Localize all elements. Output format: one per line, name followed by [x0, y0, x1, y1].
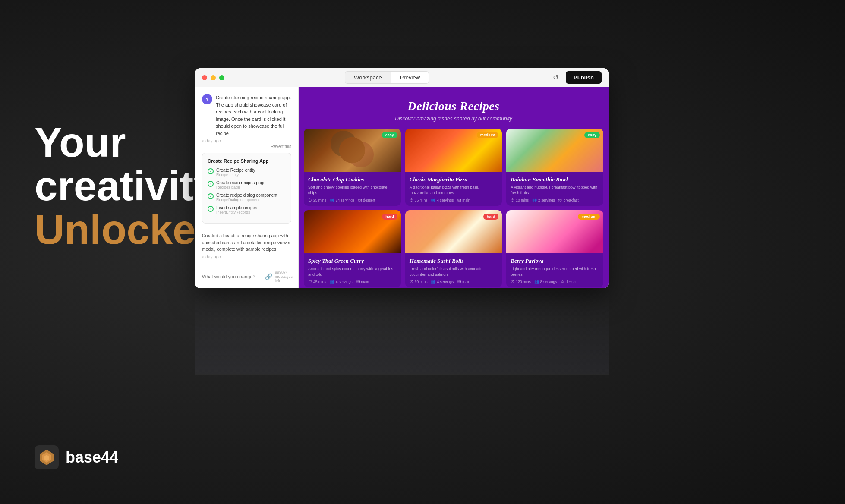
title-bar: Workspace Preview ↺ Publish — [195, 68, 609, 87]
recipe-card-name: Homemade Sushi Rolls — [410, 258, 498, 265]
chat-user-row: Y Create stunning recipe sharing app. Th… — [202, 94, 291, 137]
window-body: Y Create stunning recipe sharing app. Th… — [195, 87, 609, 288]
meta-category: 🍽 main — [356, 280, 369, 284]
app-window: Workspace Preview ↺ Publish Y Create stu… — [195, 68, 609, 288]
app-window-reflection — [195, 288, 609, 375]
recipe-card[interactable]: hard Spicy Thai Green Curry Aromatic and… — [304, 210, 401, 287]
logo-label: base44 — [66, 448, 118, 466]
title-bar-right: ↺ Publish — [549, 71, 602, 84]
traffic-light-green[interactable] — [219, 75, 224, 80]
hero-line2: creativity — [35, 164, 221, 208]
recipe-card-meta: ⏱ 35 mins 👥 4 servings 🍽 main — [410, 198, 498, 202]
recipe-app-subtitle: Discover amazing dishes shared by our co… — [307, 116, 600, 122]
recipe-card[interactable]: easy Chocolate Chip Cookies Soft and che… — [304, 129, 401, 206]
task-label: Insert sample recipes — [216, 205, 257, 210]
recipe-card[interactable]: easy Rainbow Smoothie Bowl A vibrant and… — [506, 129, 603, 206]
meta-servings: 👥 4 servings — [431, 280, 454, 284]
hero-line3: Unlocked — [35, 208, 221, 252]
task-check-icon — [208, 206, 214, 212]
difficulty-badge: medium — [477, 132, 499, 138]
recipe-card-image: medium — [506, 210, 603, 253]
task-label: Create main recipes page — [216, 180, 266, 185]
task-check-icon — [208, 181, 214, 187]
recipe-card[interactable]: medium Berry Pavlova Light and airy meri… — [506, 210, 603, 287]
chat-time-1: a day ago — [202, 139, 291, 143]
recipe-card-name: Classic Margherita Pizza — [410, 176, 498, 183]
task-check-icon — [208, 168, 214, 174]
meta-time: ⏱ 60 mins — [410, 280, 428, 284]
meta-category: 🍽 main — [457, 198, 470, 202]
recipe-app-title: Delicious Recipes — [307, 99, 600, 113]
chat-bubble-text: Create stunning recipe sharing app. The … — [216, 94, 291, 137]
recipe-card-body: Classic Margherita Pizza A traditional I… — [405, 172, 502, 206]
meta-servings: 👥 2 servings — [532, 198, 555, 202]
recipe-card-meta: ⏱ 10 mins 👥 2 servings 🍽 breakfast — [511, 198, 599, 202]
task-sublabel: Recipe entity — [216, 173, 255, 177]
meta-servings: 👥 4 servings — [330, 280, 353, 284]
recipe-card-body: Chocolate Chip Cookies Soft and chewy co… — [304, 172, 401, 206]
chat-completion: Created a beautiful recipe sharing app w… — [195, 227, 298, 265]
recipe-card-desc: Soft and chewy cookies loaded with choco… — [308, 185, 397, 195]
meta-category: 🍽 dessert — [358, 198, 375, 202]
task-label: Create Recipe entity — [216, 168, 255, 173]
recipe-card-desc: Aromatic and spicy coconut curry with ve… — [308, 266, 397, 277]
recipe-card-name: Chocolate Chip Cookies — [308, 176, 397, 183]
meta-category: 🍽 dessert — [561, 280, 578, 284]
task-label: Create recipe dialog component — [216, 193, 277, 198]
task-list: Create Recipe entity Recipe entity Creat… — [208, 168, 286, 214]
recipe-card-desc: Light and airy meringue dessert topped w… — [511, 266, 599, 277]
meta-category: 🍽 main — [457, 280, 470, 284]
messages-left-label: 999874 messages left — [275, 270, 293, 283]
traffic-light-red[interactable] — [202, 75, 207, 80]
recipe-card[interactable]: medium Classic Margherita Pizza A tradit… — [405, 129, 502, 206]
recipe-card-body: Berry Pavlova Light and airy meringue de… — [506, 253, 603, 287]
meta-time: ⏱ 45 mins — [308, 280, 326, 284]
recipe-card-meta: ⏱ 45 mins 👥 4 servings 🍽 main — [308, 280, 397, 284]
chat-input-right: 🔗 999874 messages left — [265, 270, 293, 283]
task-check-icon — [208, 193, 214, 199]
logo-icon — [35, 445, 59, 469]
chat-input[interactable] — [202, 274, 262, 279]
meta-servings: 👥 4 servings — [431, 198, 454, 202]
recipe-card-image: easy — [506, 129, 603, 172]
chat-message-area: Y Create stunning recipe sharing app. Th… — [195, 87, 298, 149]
hero-line1: Your — [35, 121, 221, 164]
logo-area: base44 — [35, 445, 118, 469]
task-item: Insert sample recipes InsertEntityRecord… — [208, 205, 286, 214]
meta-time: ⏱ 35 mins — [410, 198, 428, 202]
recipe-card-meta: ⏱ 60 mins 👥 4 servings 🍽 main — [410, 280, 498, 284]
task-card: Create Recipe Sharing App Create Recipe … — [202, 153, 291, 224]
meta-time: ⏱ 25 mins — [308, 198, 326, 202]
workspace-tab[interactable]: Workspace — [345, 71, 391, 84]
recipe-card-image: medium — [405, 129, 502, 172]
recipe-header: Delicious Recipes Discover amazing dishe… — [299, 87, 609, 129]
recipe-card-name: Rainbow Smoothie Bowl — [511, 176, 599, 183]
recipe-card-body: Spicy Thai Green Curry Aromatic and spic… — [304, 253, 401, 287]
recipe-card[interactable]: hard Homemade Sushi Rolls Fresh and colo… — [405, 210, 502, 287]
title-bar-tabs: Workspace Preview — [228, 71, 546, 84]
task-sublabel: RecipeDialog component — [216, 198, 277, 202]
meta-time: ⏱ 120 mins — [511, 280, 531, 284]
recipe-grid: easy Chocolate Chip Cookies Soft and che… — [299, 129, 609, 288]
recipe-card-name: Spicy Thai Green Curry — [308, 258, 397, 265]
recipe-card-meta: ⏱ 25 mins 👥 24 servings 🍽 dessert — [308, 198, 397, 202]
traffic-light-yellow[interactable] — [211, 75, 216, 80]
recipe-card-image: hard — [405, 210, 502, 253]
publish-button[interactable]: Publish — [566, 71, 602, 84]
recipe-card-desc: A traditional Italian pizza with fresh b… — [410, 185, 498, 195]
link-icon[interactable]: 🔗 — [265, 273, 272, 280]
preview-tab[interactable]: Preview — [391, 71, 429, 84]
chat-input-area: 🔗 999874 messages left — [195, 265, 298, 288]
task-item: Create recipe dialog component RecipeDia… — [208, 193, 286, 202]
chat-message-1: Y Create stunning recipe sharing app. Th… — [202, 94, 291, 149]
refresh-icon[interactable]: ↺ — [549, 72, 561, 84]
recipe-card-meta: ⏱ 120 mins 👥 8 servings 🍽 dessert — [511, 280, 599, 284]
recipe-card-desc: A vibrant and nutritious breakfast bowl … — [511, 185, 599, 195]
meta-servings: 👥 24 servings — [330, 198, 354, 202]
hero-text-block: Your creativity Unlocked — [35, 121, 221, 251]
revert-link[interactable]: Revert this — [202, 144, 291, 149]
task-item: Create main recipes page Recipes page — [208, 180, 286, 189]
meta-category: 🍽 breakfast — [558, 198, 579, 202]
task-sublabel: InsertEntityRecords — [216, 210, 257, 214]
chat-avatar: Y — [202, 94, 212, 104]
